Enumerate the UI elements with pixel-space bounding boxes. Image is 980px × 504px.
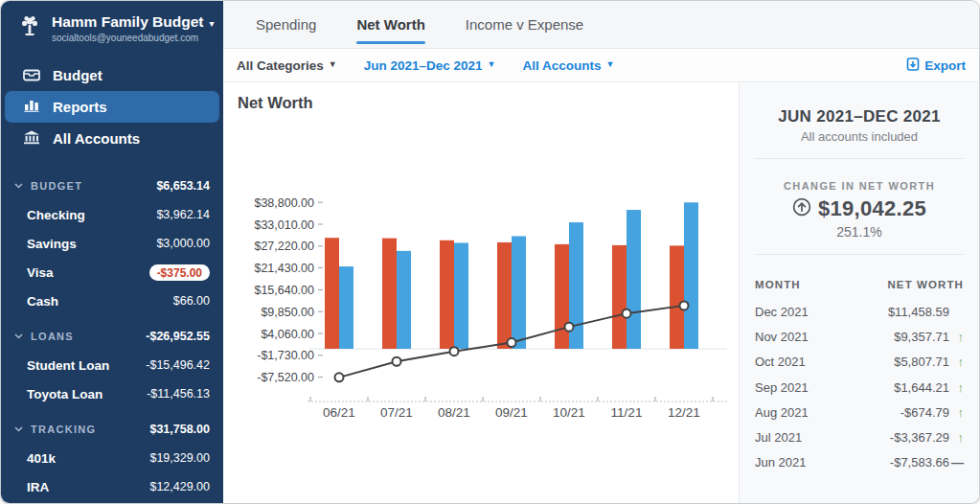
y-axis-label: $21,430.00 [254, 262, 314, 275]
row-value: $11,458.59 [888, 305, 949, 319]
row-month: Nov 2021 [755, 330, 809, 344]
sidebar-account-checking[interactable]: Checking$3,962.14 [1, 200, 223, 229]
net-worth-point[interactable] [623, 309, 631, 318]
up-arrow-icon: ↑ [949, 430, 964, 445]
net-worth-row: Oct 2021$5,807.71↑ [755, 350, 964, 375]
account-name: Checking [27, 208, 85, 222]
y-axis-label: $9,850.00 [261, 306, 314, 319]
asset-bar[interactable] [397, 251, 411, 349]
net-worth-row: Dec 2021$11,458.59 [755, 299, 964, 324]
sidebar-item-reports[interactable]: Reports [5, 91, 219, 123]
report-content: Net Worth $38,800.00$33,010.00$27,220.00… [223, 82, 979, 503]
account-balance: $19,329.00 [149, 451, 210, 465]
main-area: Spending Net Worth Income v Expense All … [223, 1, 979, 503]
y-axis-label: -$7,520.00 [257, 371, 314, 384]
net-worth-point[interactable] [680, 301, 689, 309]
row-month: Jun 2021 [755, 455, 807, 470]
export-button[interactable]: Export [906, 57, 966, 74]
net-worth-point[interactable] [393, 357, 401, 366]
chevron-down-icon [14, 183, 23, 189]
sidebar-account-ira[interactable]: IRA$12,429.00 [1, 472, 223, 501]
sidebar-account-visa[interactable]: Visa-$375.00 [1, 258, 223, 286]
chevron-down-icon [14, 426, 23, 432]
tab-net-worth[interactable]: Net Worth [356, 1, 424, 48]
bank-icon [23, 130, 40, 148]
net-worth-point[interactable] [565, 323, 574, 332]
x-axis-label: 06/21 [323, 405, 355, 420]
x-axis-label: 07/21 [380, 405, 413, 420]
debt-bar[interactable] [325, 238, 339, 349]
net-worth-chart[interactable]: $38,800.00$33,010.00$27,220.00$21,430.00… [223, 82, 739, 504]
account-balance: $3,000.00 [156, 237, 210, 250]
budget-switcher[interactable]: Hamm Family Budget▾ socialtools@youneeda… [1, 1, 223, 50]
sidebar-item-budget[interactable]: Budget [1, 59, 223, 91]
asset-bar[interactable] [339, 266, 353, 349]
circle-up-arrow-icon [792, 197, 811, 220]
net-worth-point[interactable] [508, 338, 516, 347]
row-month: Dec 2021 [755, 305, 809, 319]
date-range-filter[interactable]: Jun 2021–Dec 2021▼ [364, 58, 496, 73]
debt-bar[interactable] [670, 245, 684, 349]
sidebar-account-student-loan[interactable]: Student Loan-$15,496.42 [1, 351, 223, 379]
row-value: $5,807.71 [894, 355, 949, 369]
section-header-tracking[interactable]: TRACKING$31,758.00 [1, 415, 223, 444]
up-arrow-icon: ↑ [949, 380, 964, 395]
asset-bar[interactable] [512, 236, 526, 349]
account-balance: $12,429.00 [149, 480, 210, 493]
tab-income-v-expense[interactable]: Income v Expense [466, 1, 583, 48]
debt-bar[interactable] [382, 239, 397, 349]
row-month: Jul 2021 [755, 430, 802, 445]
sidebar-account-toyota-loan[interactable]: Toyota Loan-$11,456.13 [1, 379, 223, 408]
asset-bar[interactable] [627, 210, 641, 349]
filter-bar: All Categories▼ Jun 2021–Dec 2021▼ All A… [223, 49, 979, 82]
sidebar-account-savings[interactable]: Savings$3,000.00 [1, 229, 223, 258]
net-worth-point[interactable] [335, 373, 344, 381]
change-value: $19,042.25 [818, 196, 926, 221]
asset-bar[interactable] [454, 242, 468, 349]
row-value: $1,644.21 [894, 380, 949, 395]
section-total: $31,758.00 [149, 423, 210, 436]
nav-label: Reports [53, 99, 107, 115]
account-name: Savings [27, 237, 77, 251]
sidebar-account-cash[interactable]: Cash$66.00 [1, 286, 223, 315]
categories-filter[interactable]: All Categories▼ [237, 58, 337, 73]
summary-date-range: JUN 2021–DEC 2021 [755, 107, 964, 126]
section-total: -$26,952.55 [146, 330, 210, 343]
y-axis-label: $15,640.00 [254, 284, 314, 297]
debt-bar[interactable] [497, 242, 512, 349]
account-name: IRA [27, 480, 49, 494]
up-arrow-icon: ↑ [949, 355, 964, 369]
debt-bar[interactable] [555, 244, 569, 349]
net-worth-point[interactable] [450, 347, 459, 355]
up-arrow-icon: ↑ [949, 405, 964, 420]
x-axis-label: 08/21 [438, 405, 470, 420]
section-label: LOANS [31, 331, 74, 342]
section-header-loans[interactable]: LOANS-$26,952.55 [1, 322, 223, 351]
section-total: $6,653.14 [156, 179, 210, 193]
accounts-filter[interactable]: All Accounts▼ [522, 58, 614, 73]
row-month: Oct 2021 [755, 355, 806, 369]
divider [755, 158, 964, 159]
tab-spending[interactable]: Spending [256, 1, 316, 48]
y-axis-label: $38,800.00 [254, 196, 314, 210]
budget-title: Hamm Family Budget [52, 13, 203, 30]
debt-bar[interactable] [440, 241, 454, 349]
negative-balance-pill: -$375.00 [149, 264, 210, 281]
debt-bar[interactable] [612, 245, 627, 349]
x-axis-label: 12/21 [668, 405, 700, 420]
sidebar-account-401k[interactable]: 401k$19,329.00 [1, 444, 223, 472]
net-worth-chart-section: Net Worth $38,800.00$33,010.00$27,220.00… [223, 82, 739, 503]
net-worth-row: Sep 2021$1,644.21↑ [755, 375, 964, 400]
asset-bar[interactable] [684, 202, 698, 349]
change-percent: 251.1% [755, 224, 964, 240]
x-axis-label: 11/21 [611, 405, 643, 420]
sidebar: Hamm Family Budget▾ socialtools@youneeda… [1, 1, 223, 503]
row-month: Sep 2021 [755, 380, 809, 395]
month-column-header: MONTH [755, 279, 801, 290]
chevron-down-icon [14, 333, 23, 339]
net-worth-column-header: NET WORTH [887, 279, 964, 290]
section-header-budget[interactable]: BUDGET$6,653.14 [1, 172, 223, 200]
sidebar-item-all-accounts[interactable]: All Accounts [1, 123, 223, 154]
y-axis-label: $33,010.00 [254, 218, 314, 232]
net-worth-row: Nov 2021$9,357.71↑ [755, 324, 964, 349]
